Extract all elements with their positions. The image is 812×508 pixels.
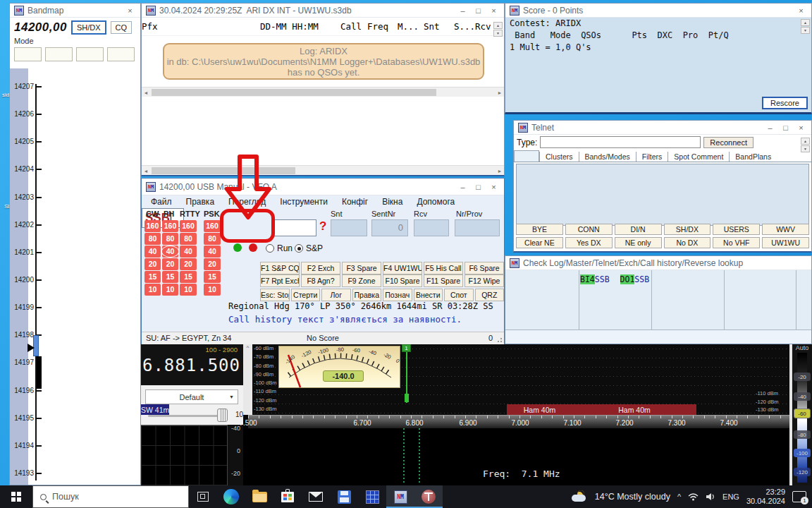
fkey-button[interactable]: F8 Agn? bbox=[301, 274, 340, 287]
band-button[interactable]: 160 bbox=[204, 220, 221, 232]
sp-radio[interactable]: S&P bbox=[295, 243, 323, 253]
action-button[interactable]: QRZ bbox=[475, 289, 505, 301]
gain-badge[interactable]: -20 bbox=[794, 373, 811, 381]
taskbar-search[interactable] bbox=[32, 485, 189, 508]
fkey-button[interactable]: F7 Rpt Exch bbox=[260, 274, 300, 287]
band-button[interactable]: 80 bbox=[180, 233, 197, 245]
gain-badge-handle[interactable]: -60 bbox=[794, 409, 811, 418]
fkey-button[interactable]: F11 Spare bbox=[424, 274, 463, 287]
minimize-icon[interactable]: – bbox=[457, 183, 469, 191]
fkey-button[interactable]: F5 His Call bbox=[424, 262, 463, 274]
log-hscrollbar[interactable]: ◄ ► bbox=[142, 87, 504, 97]
band-button[interactable]: 15 bbox=[204, 271, 221, 283]
bandmap-titlebar[interactable]: NM Bandmap × bbox=[10, 4, 140, 18]
spinner-down-icon[interactable]: ▼ bbox=[801, 145, 810, 152]
band-button[interactable]: 160 bbox=[162, 220, 178, 232]
file-explorer-icon[interactable] bbox=[245, 485, 273, 508]
band-button[interactable]: 160 bbox=[180, 220, 197, 232]
band-button[interactable]: 15 bbox=[144, 271, 161, 283]
fkey-button[interactable]: F4 UW1WU bbox=[383, 262, 422, 274]
band-button[interactable]: 160 bbox=[144, 220, 161, 232]
n1mm-taskbar-icon[interactable]: NM bbox=[386, 485, 414, 508]
close-icon[interactable]: × bbox=[795, 6, 807, 15]
sentnr-field[interactable]: 0 bbox=[371, 219, 408, 236]
cq-button[interactable]: CQ bbox=[111, 21, 133, 34]
action-button[interactable]: Спот bbox=[444, 289, 474, 301]
snt-field[interactable] bbox=[331, 219, 367, 236]
entry-titlebar[interactable]: NM 14200,00 USB Manual - VFO A – □ × bbox=[142, 179, 504, 195]
no-vhf-button[interactable]: No VHF bbox=[713, 237, 760, 248]
score-scroll-spinner[interactable]: ▲ ▼ bbox=[801, 19, 810, 34]
log-column-header[interactable]: Call bbox=[340, 21, 362, 32]
log-column-header[interactable]: Rcv bbox=[475, 21, 491, 32]
fkey-button[interactable]: F6 Spare bbox=[465, 262, 504, 274]
start-button[interactable] bbox=[0, 485, 32, 508]
band-button[interactable]: 20 bbox=[180, 258, 197, 270]
telnet-output-area[interactable] bbox=[516, 164, 809, 226]
rescore-button[interactable]: Rescore bbox=[762, 97, 808, 109]
auto-gain-label[interactable]: Auto bbox=[792, 344, 812, 351]
log-column-header[interactable]: Snt bbox=[424, 21, 440, 32]
taskbar-clock[interactable]: 23:29 30.04.2024 bbox=[746, 488, 785, 506]
band-button[interactable]: 10 bbox=[144, 284, 161, 296]
notification-center-icon[interactable]: 1 bbox=[792, 491, 806, 502]
check-titlebar[interactable]: NM Check Log/Master/Telnet/Exch/Call his… bbox=[505, 256, 811, 270]
fkey-button[interactable]: F2 Exch bbox=[301, 262, 340, 274]
band-button[interactable]: 80 bbox=[162, 233, 178, 245]
menu-view[interactable]: Перегляд bbox=[222, 196, 272, 207]
scrollbar-thumb[interactable] bbox=[152, 167, 295, 174]
check-call-entry[interactable]: DO1SSB bbox=[620, 274, 650, 284]
gain-badge[interactable]: -120 bbox=[794, 468, 811, 476]
log-hscrollbar-2[interactable]: ◄ ► bbox=[142, 165, 504, 175]
rx-marker[interactable]: 1 bbox=[402, 344, 411, 352]
minimize-icon[interactable]: – bbox=[764, 123, 776, 132]
log-titlebar[interactable]: NM 30.04.2024 20:29:25Z ARI DX INT - UW1… bbox=[142, 4, 504, 18]
rcv-field[interactable] bbox=[414, 219, 449, 236]
mode-filter-box[interactable] bbox=[45, 47, 73, 61]
band-button[interactable]: 40 bbox=[180, 246, 197, 258]
users-button[interactable]: USERS bbox=[713, 224, 760, 235]
wwv-button[interactable]: WWV bbox=[762, 224, 809, 235]
menu-tools[interactable]: Інструменти bbox=[273, 196, 334, 207]
telnet-tab-clusters[interactable]: Clusters bbox=[539, 152, 579, 162]
exchange-input[interactable] bbox=[273, 219, 316, 236]
spinner-up-icon[interactable]: ▲ bbox=[801, 138, 810, 145]
log-column-header[interactable]: S... bbox=[454, 21, 475, 32]
resize-grip[interactable] bbox=[496, 336, 503, 343]
band-button[interactable]: 10 bbox=[180, 284, 197, 296]
minimize-icon[interactable]: – bbox=[457, 6, 469, 15]
gain-badge[interactable]: -40 bbox=[794, 392, 811, 401]
fkey-button[interactable]: F12 Wipe bbox=[465, 274, 504, 287]
spreadsheet-app-icon[interactable] bbox=[358, 485, 386, 508]
log-column-header[interactable]: M... bbox=[398, 21, 419, 32]
close-icon[interactable]: × bbox=[488, 183, 500, 191]
close-icon[interactable]: × bbox=[795, 123, 807, 132]
yes-dx-button[interactable]: Yes DX bbox=[565, 237, 613, 248]
reconnect-button[interactable]: Reconnect bbox=[703, 137, 753, 148]
bandmap-scale-area[interactable]: 14207 14206 14205 14204 bbox=[10, 68, 140, 485]
band-button[interactable]: 10 bbox=[204, 284, 221, 296]
fkey-button[interactable]: F10 Spare bbox=[383, 274, 422, 287]
band-button[interactable]: 80 bbox=[204, 233, 221, 245]
mode-filter-box[interactable] bbox=[14, 47, 42, 61]
fkey-button[interactable]: F9 Zone bbox=[342, 274, 381, 287]
menu-windows[interactable]: Вікна bbox=[376, 196, 409, 207]
close-icon[interactable]: × bbox=[124, 6, 136, 15]
telnet-tab-bands-modes[interactable]: Bands/Modes bbox=[579, 152, 636, 162]
mode-filter-box[interactable] bbox=[107, 47, 135, 61]
sdr-app-icon[interactable] bbox=[414, 485, 443, 508]
edge-browser-icon[interactable] bbox=[217, 485, 245, 508]
nrprov-field[interactable] bbox=[455, 219, 500, 236]
scrollbar-thumb[interactable] bbox=[152, 89, 436, 96]
mail-icon[interactable] bbox=[302, 485, 330, 508]
log-column-header[interactable]: Freq bbox=[367, 21, 388, 32]
action-button[interactable]: Стерти bbox=[291, 289, 321, 301]
clear-ne-button[interactable]: Clear NE bbox=[516, 237, 563, 248]
telnet-titlebar[interactable]: NM Telnet – □ × bbox=[514, 121, 811, 135]
log-column-header[interactable]: Pfx bbox=[142, 21, 158, 32]
spinner-down-icon[interactable]: ▼ bbox=[801, 27, 810, 34]
menu-file[interactable]: Файл bbox=[144, 196, 178, 207]
speaker-icon[interactable] bbox=[706, 492, 715, 501]
logger-save-app-icon[interactable] bbox=[330, 485, 358, 508]
run-radio[interactable]: Run bbox=[266, 243, 293, 253]
